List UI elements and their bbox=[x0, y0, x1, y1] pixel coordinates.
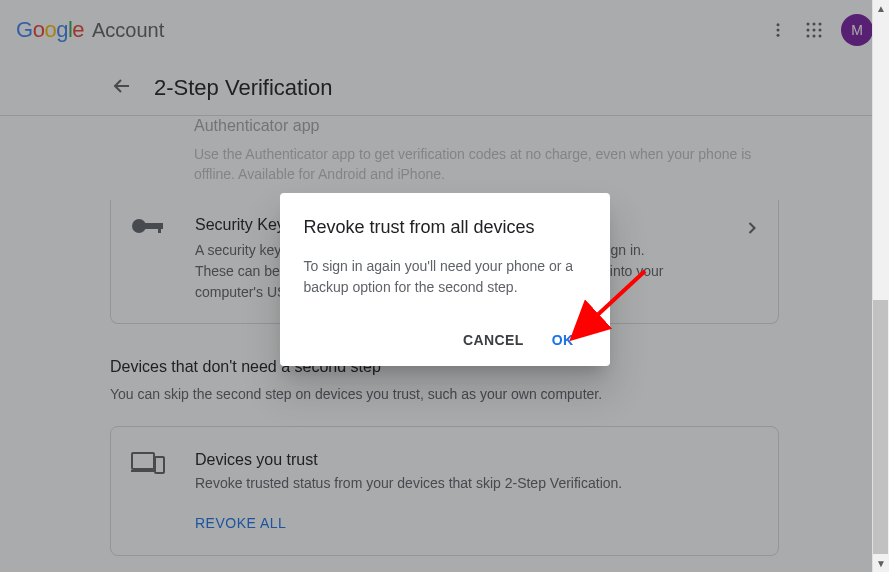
cancel-button[interactable]: CANCEL bbox=[451, 322, 536, 358]
vertical-scrollbar[interactable]: ▲ ▼ bbox=[872, 0, 889, 572]
modal-overlay[interactable]: Revoke trust from all devices To sign in… bbox=[0, 0, 889, 572]
ok-button[interactable]: OK bbox=[540, 322, 586, 358]
dialog-body: To sign in again you'll need your phone … bbox=[304, 256, 586, 298]
scroll-thumb[interactable] bbox=[873, 300, 888, 554]
scroll-up-arrow-icon[interactable]: ▲ bbox=[873, 0, 889, 17]
revoke-trust-dialog: Revoke trust from all devices To sign in… bbox=[280, 193, 610, 366]
dialog-title: Revoke trust from all devices bbox=[304, 217, 586, 238]
scroll-down-arrow-icon[interactable]: ▼ bbox=[873, 555, 889, 572]
